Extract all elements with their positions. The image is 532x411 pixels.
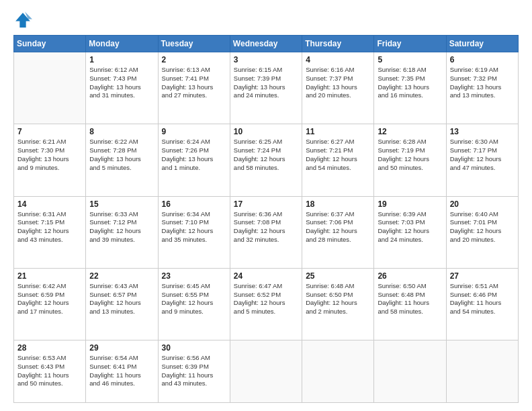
day-number: 26: [378, 271, 442, 281]
day-number: 12: [378, 127, 442, 136]
calendar-week-row: 28Sunrise: 6:53 AMSunset: 6:43 PMDayligh…: [14, 340, 519, 403]
cell-content: Sunrise: 6:37 AMSunset: 7:06 PMDaylight:…: [306, 210, 370, 244]
cell-content: Sunrise: 6:45 AMSunset: 6:55 PMDaylight:…: [162, 282, 226, 316]
day-number: 1: [89, 55, 154, 64]
calendar-cell: 21Sunrise: 6:42 AMSunset: 6:59 PMDayligh…: [14, 268, 86, 340]
calendar-cell: 30Sunrise: 6:56 AMSunset: 6:39 PMDayligh…: [158, 340, 230, 403]
calendar-table: SundayMondayTuesdayWednesdayThursdayFrid…: [13, 35, 519, 403]
day-header-monday: Monday: [86, 36, 158, 52]
calendar-cell: [446, 340, 518, 403]
cell-content: Sunrise: 6:43 AMSunset: 6:57 PMDaylight:…: [89, 282, 154, 316]
calendar-cell: 20Sunrise: 6:40 AMSunset: 7:01 PMDayligh…: [446, 196, 518, 268]
calendar-header-row: SundayMondayTuesdayWednesdayThursdayFrid…: [14, 36, 519, 52]
day-number: 19: [378, 199, 442, 209]
cell-content: Sunrise: 6:54 AMSunset: 6:41 PMDaylight:…: [89, 354, 154, 388]
day-number: 2: [162, 55, 226, 64]
calendar-cell: [302, 340, 374, 403]
cell-content: Sunrise: 6:16 AMSunset: 7:37 PMDaylight:…: [306, 66, 370, 100]
cell-content: Sunrise: 6:53 AMSunset: 6:43 PMDaylight:…: [17, 354, 82, 388]
page: SundayMondayTuesdayWednesdayThursdayFrid…: [0, 0, 532, 411]
day-number: 10: [234, 127, 298, 136]
calendar-cell: 2Sunrise: 6:13 AMSunset: 7:41 PMDaylight…: [158, 52, 230, 124]
calendar-week-row: 7Sunrise: 6:21 AMSunset: 7:30 PMDaylight…: [14, 124, 519, 196]
cell-content: Sunrise: 6:51 AMSunset: 6:46 PMDaylight:…: [450, 282, 515, 316]
day-number: 25: [306, 271, 370, 281]
day-number: 8: [89, 127, 154, 136]
day-header-saturday: Saturday: [446, 36, 518, 52]
day-number: 23: [162, 271, 226, 281]
day-header-thursday: Thursday: [302, 36, 374, 52]
cell-content: Sunrise: 6:27 AMSunset: 7:21 PMDaylight:…: [306, 138, 370, 172]
cell-content: Sunrise: 6:13 AMSunset: 7:41 PMDaylight:…: [162, 66, 226, 100]
cell-content: Sunrise: 6:39 AMSunset: 7:03 PMDaylight:…: [378, 210, 442, 244]
calendar-cell: [374, 340, 446, 403]
day-number: 27: [450, 271, 515, 281]
calendar-cell: 3Sunrise: 6:15 AMSunset: 7:39 PMDaylight…: [230, 52, 302, 124]
calendar-week-row: 21Sunrise: 6:42 AMSunset: 6:59 PMDayligh…: [14, 268, 519, 340]
calendar-cell: 18Sunrise: 6:37 AMSunset: 7:06 PMDayligh…: [302, 196, 374, 268]
calendar-week-row: 14Sunrise: 6:31 AMSunset: 7:15 PMDayligh…: [14, 196, 519, 268]
calendar-cell: 11Sunrise: 6:27 AMSunset: 7:21 PMDayligh…: [302, 124, 374, 196]
cell-content: Sunrise: 6:25 AMSunset: 7:24 PMDaylight:…: [234, 138, 298, 172]
day-number: 7: [17, 127, 82, 136]
day-number: 5: [378, 55, 442, 64]
cell-content: Sunrise: 6:56 AMSunset: 6:39 PMDaylight:…: [162, 354, 226, 388]
cell-content: Sunrise: 6:42 AMSunset: 6:59 PMDaylight:…: [17, 282, 82, 316]
day-header-wednesday: Wednesday: [230, 36, 302, 52]
calendar-cell: 24Sunrise: 6:47 AMSunset: 6:52 PMDayligh…: [230, 268, 302, 340]
cell-content: Sunrise: 6:40 AMSunset: 7:01 PMDaylight:…: [450, 210, 515, 244]
calendar-cell: 13Sunrise: 6:30 AMSunset: 7:17 PMDayligh…: [446, 124, 518, 196]
calendar-cell: 19Sunrise: 6:39 AMSunset: 7:03 PMDayligh…: [374, 196, 446, 268]
day-number: 3: [234, 55, 298, 64]
cell-content: Sunrise: 6:50 AMSunset: 6:48 PMDaylight:…: [378, 282, 442, 316]
cell-content: Sunrise: 6:24 AMSunset: 7:26 PMDaylight:…: [162, 138, 226, 172]
day-header-tuesday: Tuesday: [158, 36, 230, 52]
day-number: 18: [306, 199, 370, 209]
cell-content: Sunrise: 6:30 AMSunset: 7:17 PMDaylight:…: [450, 138, 515, 172]
cell-content: Sunrise: 6:34 AMSunset: 7:10 PMDaylight:…: [162, 210, 226, 244]
cell-content: Sunrise: 6:31 AMSunset: 7:15 PMDaylight:…: [17, 210, 82, 244]
day-number: 4: [306, 55, 370, 64]
day-number: 9: [162, 127, 226, 136]
calendar-cell: [14, 52, 86, 124]
calendar-cell: 10Sunrise: 6:25 AMSunset: 7:24 PMDayligh…: [230, 124, 302, 196]
header: [13, 11, 519, 30]
calendar-cell: [230, 340, 302, 403]
calendar-cell: 5Sunrise: 6:18 AMSunset: 7:35 PMDaylight…: [374, 52, 446, 124]
calendar-cell: 9Sunrise: 6:24 AMSunset: 7:26 PMDaylight…: [158, 124, 230, 196]
calendar-cell: 29Sunrise: 6:54 AMSunset: 6:41 PMDayligh…: [86, 340, 158, 403]
cell-content: Sunrise: 6:22 AMSunset: 7:28 PMDaylight:…: [89, 138, 154, 172]
day-number: 20: [450, 199, 515, 209]
day-header-friday: Friday: [374, 36, 446, 52]
calendar-cell: 12Sunrise: 6:28 AMSunset: 7:19 PMDayligh…: [374, 124, 446, 196]
calendar-cell: 15Sunrise: 6:33 AMSunset: 7:12 PMDayligh…: [86, 196, 158, 268]
calendar-cell: 23Sunrise: 6:45 AMSunset: 6:55 PMDayligh…: [158, 268, 230, 340]
calendar-cell: 26Sunrise: 6:50 AMSunset: 6:48 PMDayligh…: [374, 268, 446, 340]
day-number: 17: [234, 199, 298, 209]
calendar-cell: 17Sunrise: 6:36 AMSunset: 7:08 PMDayligh…: [230, 196, 302, 268]
day-number: 15: [89, 199, 154, 209]
cell-content: Sunrise: 6:28 AMSunset: 7:19 PMDaylight:…: [378, 138, 442, 172]
calendar-cell: 6Sunrise: 6:19 AMSunset: 7:32 PMDaylight…: [446, 52, 518, 124]
calendar-cell: 16Sunrise: 6:34 AMSunset: 7:10 PMDayligh…: [158, 196, 230, 268]
day-header-sunday: Sunday: [14, 36, 86, 52]
day-number: 24: [234, 271, 298, 281]
cell-content: Sunrise: 6:47 AMSunset: 6:52 PMDaylight:…: [234, 282, 298, 316]
calendar-cell: 8Sunrise: 6:22 AMSunset: 7:28 PMDaylight…: [86, 124, 158, 196]
day-number: 28: [17, 343, 82, 353]
cell-content: Sunrise: 6:48 AMSunset: 6:50 PMDaylight:…: [306, 282, 370, 316]
cell-content: Sunrise: 6:18 AMSunset: 7:35 PMDaylight:…: [378, 66, 442, 100]
day-number: 30: [162, 343, 226, 353]
calendar-cell: 22Sunrise: 6:43 AMSunset: 6:57 PMDayligh…: [86, 268, 158, 340]
calendar-cell: 7Sunrise: 6:21 AMSunset: 7:30 PMDaylight…: [14, 124, 86, 196]
calendar-cell: 14Sunrise: 6:31 AMSunset: 7:15 PMDayligh…: [14, 196, 86, 268]
cell-content: Sunrise: 6:33 AMSunset: 7:12 PMDaylight:…: [89, 210, 154, 244]
day-number: 16: [162, 199, 226, 209]
logo: [13, 11, 35, 30]
day-number: 29: [89, 343, 154, 353]
calendar-cell: 27Sunrise: 6:51 AMSunset: 6:46 PMDayligh…: [446, 268, 518, 340]
day-number: 21: [17, 271, 82, 281]
cell-content: Sunrise: 6:15 AMSunset: 7:39 PMDaylight:…: [234, 66, 298, 100]
calendar-week-row: 1Sunrise: 6:12 AMSunset: 7:43 PMDaylight…: [14, 52, 519, 124]
cell-content: Sunrise: 6:36 AMSunset: 7:08 PMDaylight:…: [234, 210, 298, 244]
